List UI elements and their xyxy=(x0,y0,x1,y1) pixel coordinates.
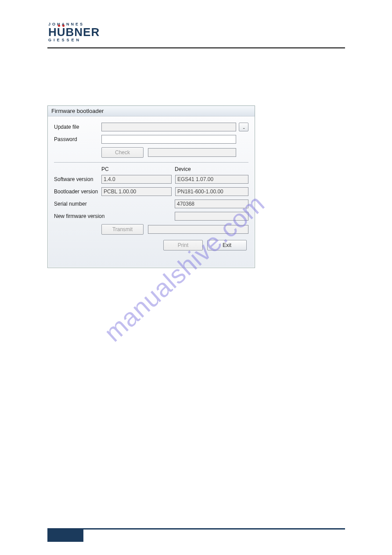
dialog-title: Firmware bootloader xyxy=(48,106,255,116)
pc-column-header: PC xyxy=(101,166,171,172)
logo-letter-u: U xyxy=(57,27,66,37)
browse-button[interactable]: .. xyxy=(239,123,248,131)
print-button[interactable]: Print xyxy=(163,240,203,250)
serial-number-label: Serial number xyxy=(54,201,101,207)
pc-bootloader-version-field xyxy=(101,187,172,196)
pc-software-version-field xyxy=(101,175,172,184)
logo-letter: BNER xyxy=(66,25,100,39)
password-label: Password xyxy=(54,136,101,142)
password-field[interactable] xyxy=(101,135,236,144)
brand-logo: JOHANNES HUBNER GIESSEN xyxy=(48,22,125,42)
update-file-field xyxy=(101,123,236,131)
device-column-header: Device xyxy=(175,166,245,172)
section-divider xyxy=(54,162,248,163)
exit-button[interactable]: Exit xyxy=(207,240,247,250)
version-columns-header: PC Device xyxy=(54,166,248,172)
serial-number-field xyxy=(175,200,248,208)
footer-divider xyxy=(47,528,345,530)
firmware-bootloader-dialog: Firmware bootloader Update file .. Passw… xyxy=(47,105,255,268)
new-firmware-version-label: New firmware version xyxy=(54,213,110,219)
header-divider xyxy=(47,47,345,48)
transmit-status-field xyxy=(148,225,248,234)
device-software-version-field xyxy=(175,175,248,184)
new-firmware-version-field xyxy=(175,212,248,221)
check-status-field xyxy=(148,148,236,157)
device-bootloader-version-field xyxy=(175,187,248,196)
update-file-label: Update file xyxy=(54,124,101,130)
logo-letter: H xyxy=(48,25,57,39)
footer-block xyxy=(47,530,83,542)
software-version-label: Software version xyxy=(54,176,101,182)
transmit-button[interactable]: Transmit xyxy=(101,224,144,235)
check-button[interactable]: Check xyxy=(101,147,144,158)
bootloader-version-label: Bootloader version xyxy=(54,189,101,195)
logo-main-text: HUBNER xyxy=(48,27,125,37)
